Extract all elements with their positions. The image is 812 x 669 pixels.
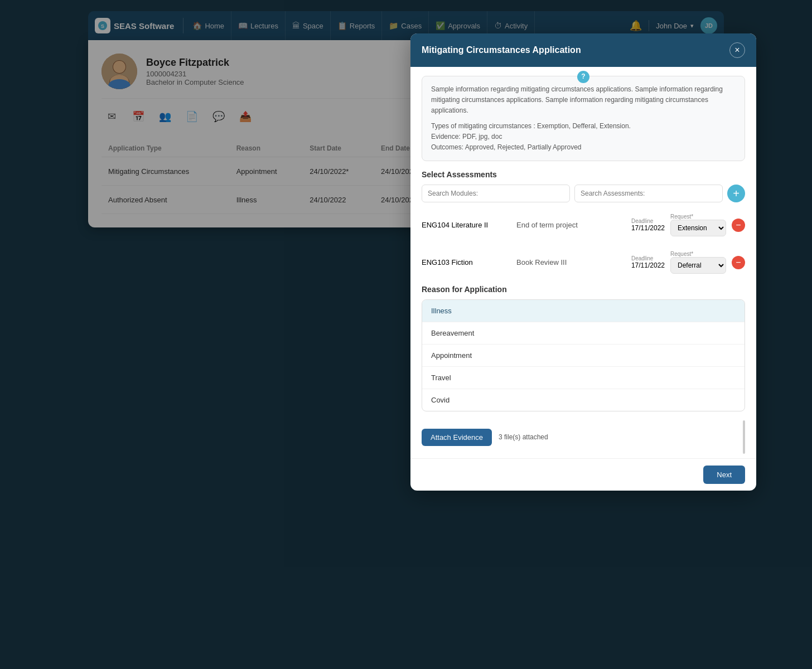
search-row: + bbox=[422, 185, 745, 202]
module-name-2: ENG103 Fiction bbox=[422, 258, 511, 266]
info-text-1: Sample information regarding mitigating … bbox=[431, 84, 736, 117]
assessment-row-1: ENG104 Literature II End of term project… bbox=[422, 209, 745, 241]
search-modules-input[interactable] bbox=[422, 185, 570, 202]
reason-section: Reason for Application Illness Bereaveme… bbox=[422, 285, 745, 411]
deadline-value-1: 17/11/2022 bbox=[631, 224, 665, 232]
remove-assessment-1-button[interactable]: − bbox=[732, 219, 745, 232]
assessment-name-2: Book Review III bbox=[516, 258, 626, 266]
request-group-2: Request* Deferral Extension Exemption bbox=[670, 251, 726, 274]
modal-body: ? Sample information regarding mitigatin… bbox=[410, 67, 756, 458]
remove-assessment-2-button[interactable]: − bbox=[732, 256, 745, 269]
info-text-2: Types of mitigating circumstances : Exem… bbox=[431, 121, 736, 132]
attach-evidence-section: Attach Evidence 3 file(s) attached bbox=[422, 420, 745, 454]
modal-footer: Next bbox=[410, 458, 756, 491]
modal-title: Mitigating Circumstances Application bbox=[422, 45, 581, 55]
modal-overlay: Mitigating Circumstances Application × ?… bbox=[0, 0, 812, 669]
reason-covid[interactable]: Covid bbox=[422, 389, 745, 411]
assessment-name-1: End of term project bbox=[516, 221, 626, 229]
attach-count: 3 file(s) attached bbox=[499, 433, 548, 441]
request-label-1: Request* bbox=[670, 214, 726, 220]
reason-label: Reason for Application bbox=[422, 285, 745, 294]
attach-evidence-button[interactable]: Attach Evidence bbox=[422, 429, 492, 446]
modal-header: Mitigating Circumstances Application × bbox=[410, 33, 756, 67]
scrollbar[interactable] bbox=[743, 420, 745, 454]
request-group-1: Request* Extension Deferral Exemption bbox=[670, 214, 726, 236]
deadline-label-2: Deadline bbox=[631, 255, 653, 261]
info-text-4: Outcomes: Approved, Rejected, Partially … bbox=[431, 142, 736, 153]
info-text-3: Evidence: PDF, jpg, doc bbox=[431, 132, 736, 142]
reason-travel[interactable]: Travel bbox=[422, 367, 745, 389]
deadline-label-1: Deadline bbox=[631, 218, 653, 224]
modal-close-button[interactable]: × bbox=[729, 42, 745, 58]
select-assessments-label: Select Assessments bbox=[422, 170, 745, 179]
reason-appointment[interactable]: Appointment bbox=[422, 345, 745, 367]
request-select-2[interactable]: Deferral Extension Exemption bbox=[670, 257, 726, 274]
search-assessments-input[interactable] bbox=[574, 185, 723, 202]
reason-dropdown: Illness Bereavement Appointment Travel C… bbox=[422, 299, 745, 411]
modal-dialog: Mitigating Circumstances Application × ?… bbox=[410, 33, 756, 491]
request-label-2: Request* bbox=[670, 251, 726, 257]
reason-bereavement[interactable]: Bereavement bbox=[422, 322, 745, 345]
next-button[interactable]: Next bbox=[703, 466, 745, 484]
info-box: ? Sample information regarding mitigatin… bbox=[422, 76, 745, 161]
module-name-1: ENG104 Literature II bbox=[422, 221, 511, 229]
deadline-value-2: 17/11/2022 bbox=[631, 261, 665, 269]
deadline-group-2: Deadline 17/11/2022 bbox=[631, 255, 665, 269]
assessment-row-2: ENG103 Fiction Book Review III Deadline … bbox=[422, 246, 745, 278]
help-icon[interactable]: ? bbox=[577, 71, 589, 83]
request-select-1[interactable]: Extension Deferral Exemption bbox=[670, 220, 726, 236]
add-assessment-button[interactable]: + bbox=[727, 185, 745, 202]
reason-illness[interactable]: Illness bbox=[422, 300, 745, 322]
deadline-group-1: Deadline 17/11/2022 bbox=[631, 218, 665, 232]
